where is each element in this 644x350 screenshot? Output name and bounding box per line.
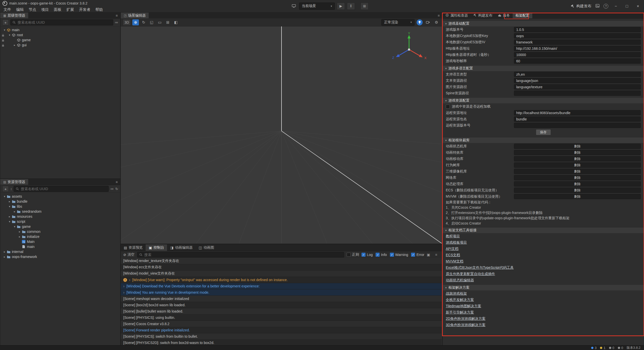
chevron-down-icon[interactable]: ▾ bbox=[8, 205, 11, 208]
lock-icon[interactable] bbox=[2, 33, 4, 37]
assets-item-common[interactable]: ▸common bbox=[0, 229, 120, 234]
3d-toggle-button[interactable]: 3D bbox=[123, 19, 131, 26]
console-log-row[interactable]: [Scene] [PHYSICS2D]: switch from box2d-w… bbox=[121, 340, 442, 345]
field-input-Http服务器请求超时（毫秒）[interactable] bbox=[514, 52, 641, 57]
assets-item-main[interactable]: main bbox=[0, 244, 120, 249]
save-button[interactable]: 保存 bbox=[536, 129, 551, 135]
scene-viewport[interactable]: Y X Z bbox=[121, 26, 442, 243]
inspector-tab-服务[interactable]: 服务 bbox=[495, 13, 513, 18]
link-新手引导解决方案[interactable]: 新手引导解决方案 bbox=[446, 309, 641, 316]
console-log-row[interactable]: ›[Window] Download the Vue Devtools exte… bbox=[121, 283, 442, 289]
collapse-logs-icon[interactable]: ▣ bbox=[427, 253, 430, 257]
chevron-right-icon[interactable]: ▸ bbox=[13, 43, 16, 47]
checkbox-icon[interactable] bbox=[446, 105, 450, 109]
panel-menu-icon[interactable]: ≡ bbox=[435, 14, 442, 18]
console-searchbox[interactable] bbox=[137, 252, 344, 257]
link-教程项目[interactable]: 教程项目 bbox=[446, 233, 641, 239]
menu-item-开发者[interactable]: 开发者 bbox=[76, 7, 93, 12]
console-log-row[interactable]: [Window] model_view文件夹存在 bbox=[121, 271, 442, 277]
console-log-row[interactable]: [Window] ecs文件夹存在 bbox=[121, 264, 442, 271]
filter-Info-checkbox[interactable]: ✓Info bbox=[376, 253, 387, 257]
scale-tool-icon[interactable]: ◱ bbox=[148, 19, 155, 25]
create-asset-button[interactable]: + bbox=[2, 186, 9, 192]
chevron-right-icon[interactable]: ▸ bbox=[8, 215, 11, 218]
status-count-1[interactable]: 1 bbox=[600, 346, 605, 350]
link-战旗游戏框架[interactable]: 战旗游戏框架 bbox=[446, 290, 641, 297]
layout-grid-button[interactable]: ⊞ bbox=[360, 3, 369, 10]
console-log-row[interactable]: !›[Window] [Vue warn]: Property "onInput… bbox=[121, 277, 442, 283]
lighting-toggle-icon[interactable] bbox=[417, 19, 423, 25]
link-ECS文档[interactable]: ECS文档 bbox=[446, 252, 641, 258]
console-log-row[interactable]: [Scene] [PHYSICS]: using builtin. bbox=[121, 315, 442, 321]
section-header-游戏资源配置[interactable]: ▾游戏资源配置 bbox=[443, 98, 644, 103]
assets-item-game[interactable]: ▾game bbox=[0, 224, 120, 229]
assets-item-assets[interactable]: ▾assets bbox=[0, 194, 120, 199]
console-log-row[interactable]: [Window] render_texture文件夹存在 bbox=[121, 258, 442, 264]
link-原生包热更新配置自动生成插件[interactable]: 原生包热更新配置自动生成插件 bbox=[446, 271, 641, 277]
field-input-本地数据CryptoES加密IV[interactable] bbox=[514, 39, 641, 45]
delete-button[interactable]: 删除 bbox=[514, 156, 641, 161]
chevron-right-icon[interactable]: ▸ bbox=[8, 200, 11, 203]
menu-item-项目[interactable]: 项目 bbox=[39, 7, 51, 12]
delete-button[interactable]: 删除 bbox=[514, 194, 641, 199]
panel-menu-icon[interactable]: ≡ bbox=[113, 14, 120, 18]
field-input-远程资源地址[interactable] bbox=[514, 110, 641, 115]
console-log-row[interactable]: [Scene] [PHYSICS]: switch from builtin t… bbox=[121, 333, 442, 340]
hierarchy-item-root[interactable]: ▾root bbox=[0, 32, 120, 37]
filter-icon[interactable]: ≔ bbox=[115, 20, 118, 24]
assets-item-oops-framework[interactable]: ▸oops-framework bbox=[0, 254, 120, 259]
console-log-row[interactable]: [Scene] [bullet]:bullet wasm lib loaded. bbox=[121, 308, 442, 315]
field-input-游戏版本号[interactable] bbox=[514, 27, 641, 32]
field-input-远程资源版本号[interactable] bbox=[514, 123, 641, 128]
hierarchy-item-gui[interactable]: ▸gui bbox=[0, 42, 120, 48]
console-log-row[interactable]: ›[Window] You are running Vue in develop… bbox=[121, 289, 442, 296]
regex-checkbox[interactable]: 正则 bbox=[347, 252, 359, 257]
inspector-tab-框架配置[interactable]: 框架配置 bbox=[513, 13, 532, 18]
section-header-框架文档工具链接[interactable]: ▾框架文档工具链接 bbox=[443, 228, 644, 233]
move-tool-icon[interactable]: ⊕ bbox=[132, 19, 139, 25]
field-input-Http服务器地址[interactable] bbox=[514, 46, 641, 51]
delete-button[interactable]: 删除 bbox=[514, 169, 641, 174]
rect-tool-icon[interactable]: ▭ bbox=[156, 19, 163, 25]
chevron-right-icon[interactable]: ▸ bbox=[3, 255, 6, 258]
assets-item-resources[interactable]: ▸resources bbox=[0, 214, 120, 219]
camera-settings-icon[interactable] bbox=[425, 19, 431, 25]
hierarchy-item-game[interactable]: game bbox=[0, 37, 120, 42]
chevron-right-icon[interactable]: ▸ bbox=[18, 235, 21, 238]
menu-item-文件[interactable]: 文件 bbox=[1, 7, 14, 12]
field-input-文本资源路径[interactable] bbox=[514, 78, 641, 83]
delete-button[interactable]: 删除 bbox=[514, 162, 641, 168]
lock-icon[interactable] bbox=[2, 38, 4, 42]
section-header-框架解决方案[interactable]: ▾框架解决方案 bbox=[443, 285, 644, 290]
rotate-tool-icon[interactable]: ↻ bbox=[140, 19, 147, 25]
menu-item-帮助[interactable]: 帮助 bbox=[93, 7, 105, 12]
filter-icon[interactable]: ≔ bbox=[110, 187, 114, 191]
field-input-游戏每秒帧率[interactable] bbox=[514, 58, 641, 64]
clear-console-button[interactable]: ⊘ 清空 bbox=[123, 252, 135, 257]
chevron-right-icon[interactable]: › bbox=[123, 284, 125, 288]
step-button[interactable]: ‖ bbox=[347, 3, 355, 10]
chevron-down-icon[interactable]: ▾ bbox=[8, 220, 11, 223]
delete-button[interactable]: 删除 bbox=[514, 188, 641, 193]
menu-item-编辑[interactable]: 编辑 bbox=[14, 7, 26, 12]
hierarchy-tab[interactable]: ▦ 层级管理器 bbox=[0, 13, 28, 18]
delete-button[interactable]: 删除 bbox=[514, 175, 641, 180]
status-count-0[interactable]: 3 bbox=[591, 346, 596, 350]
refresh-icon[interactable]: ↻ bbox=[115, 187, 118, 191]
chevron-down-icon[interactable]: ▾ bbox=[8, 33, 11, 37]
console-tab-控制台[interactable]: ▣控制台 bbox=[146, 244, 167, 251]
link-3D角色扮演游戏解决方案[interactable]: 3D角色扮演游戏解决方案 bbox=[446, 322, 641, 328]
panel-menu-icon[interactable]: ≡ bbox=[113, 180, 120, 184]
chevron-down-icon[interactable]: ▾ bbox=[3, 195, 6, 198]
screenshot-icon[interactable] bbox=[595, 4, 599, 8]
assets-item-initialize[interactable]: ▸initialize bbox=[0, 234, 120, 239]
sort-icon[interactable]: ↕ bbox=[10, 187, 12, 191]
filter-Error-checkbox[interactable]: ✓Error bbox=[411, 253, 424, 257]
section-header-游戏基础配置[interactable]: ▾游戏基础配置 bbox=[443, 21, 644, 26]
menu-item-节点[interactable]: 节点 bbox=[26, 7, 39, 12]
scene-tab[interactable]: ◳ 场景编辑器 bbox=[121, 13, 149, 18]
scene-selector-dropdown[interactable]: 当前场景 ▾ bbox=[299, 3, 335, 10]
chevron-right-icon[interactable]: ▸ bbox=[18, 230, 21, 233]
chevron-right-icon[interactable]: ▸ bbox=[3, 250, 6, 253]
link-Excel格式转Json文件与TypeScript代码工具[interactable]: Excel格式转Json文件与TypeScript代码工具 bbox=[446, 265, 641, 271]
